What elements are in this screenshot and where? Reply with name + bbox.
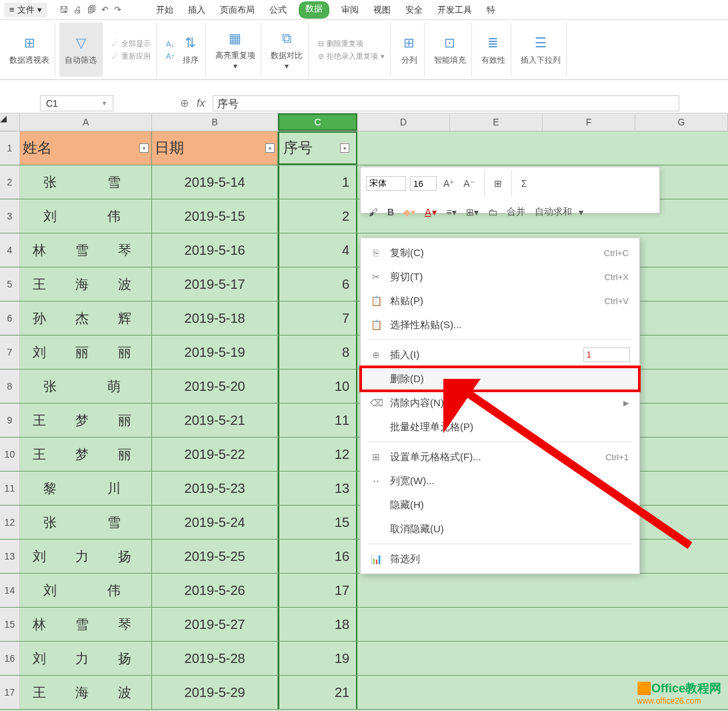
cell-index[interactable]: 21 [278,676,357,709]
cell-index[interactable]: 4 [278,233,357,267]
cell-index[interactable]: 12 [278,438,357,471]
cell-empty[interactable] [357,131,728,165]
tab-home[interactable]: 开始 [153,1,176,19]
menu-delete[interactable]: 删除(D) [361,367,639,391]
cell-date[interactable]: 2019-5-20 [152,370,278,403]
menu-cut[interactable]: ✂剪切(T)Ctrl+X [361,265,639,289]
row-header[interactable]: 2 [0,165,20,199]
cell-index[interactable]: 1 [278,165,357,199]
row-header[interactable]: 9 [0,404,20,437]
cell-date[interactable]: 2019-5-29 [152,676,278,709]
data-compare-button[interactable]: ⧉数据对比 ▾ [265,23,309,77]
menu-paste-special[interactable]: 📋选择性粘贴(S)... [361,313,639,337]
remove-duplicates-button[interactable]: ⊟ 删除重复项 [318,39,385,49]
insert-count-input[interactable] [583,347,630,362]
cell-index[interactable]: 2 [278,199,357,233]
border-button[interactable]: ⊞▾ [463,205,481,219]
menu-unhide[interactable]: 取消隐藏(U) [361,517,639,541]
cell-date[interactable]: 2019-5-19 [152,335,278,369]
merge-icon[interactable]: ⊞ [491,177,505,190]
merge-label[interactable]: 合并 [504,205,528,219]
tab-insert[interactable]: 插入 [185,1,208,19]
validation-button[interactable]: ≣有效性 [476,23,511,77]
cell-index[interactable]: 16 [278,540,357,573]
align-button[interactable]: ≡▾ [443,205,459,219]
row-header[interactable]: 1 [0,131,20,165]
redo-icon[interactable]: ↷ [114,5,121,15]
cell-date[interactable]: 2019-5-28 [152,642,278,675]
cell-date[interactable]: 2019-5-26 [152,574,278,607]
menu-paste[interactable]: 📋粘贴(P)Ctrl+V [361,289,639,313]
row-header[interactable]: 17 [0,676,20,709]
cell-date[interactable]: 2019-5-22 [152,438,278,471]
cell-index[interactable]: 11 [278,404,357,437]
column-header-d[interactable]: D [357,113,450,131]
cell-index[interactable]: 6 [278,267,357,301]
sort-desc-button[interactable]: A↑ [166,52,175,60]
cell-date[interactable]: 2019-5-16 [152,233,278,267]
row-header[interactable]: 8 [0,370,20,403]
chevron-down-icon[interactable]: ▼ [101,100,107,107]
print-icon[interactable]: 🖨 [73,5,82,15]
select-all-corner[interactable]: ◢ [0,113,20,131]
cell-index[interactable]: 13 [278,472,357,505]
row-header[interactable]: 13 [0,540,20,573]
menu-batch[interactable]: 批量处理单元格(P) [361,415,639,439]
save-icon[interactable]: 🖫 [59,5,68,15]
cell-index[interactable]: 15 [278,506,357,539]
sort-asc-button[interactable]: A↓ [166,40,175,48]
tab-data[interactable]: 数据 [299,1,329,19]
cell-empty[interactable] [357,642,728,675]
row-header[interactable]: 12 [0,506,20,539]
filter-dropdown-icon[interactable]: ▾ [139,143,149,153]
formula-input[interactable]: 序号 [213,95,679,111]
autosum-button[interactable]: Σ [519,177,530,190]
sort-button[interactable]: 排序 [183,55,199,66]
cell-name[interactable]: 张 雪 [20,165,153,199]
cell-date[interactable]: 2019-5-14 [152,165,278,199]
cell-index[interactable]: 17 [278,574,357,607]
cell-name[interactable]: 姓名▾ [20,131,153,165]
cell-date[interactable]: 2019-5-24 [152,506,278,539]
cell-index[interactable]: 18 [278,608,357,641]
increase-font-button[interactable]: A⁺ [441,177,457,190]
smart-fill-button[interactable]: ⊡智能填充 [429,23,472,77]
cell-date[interactable]: 日期▾ [152,131,278,165]
undo-icon[interactable]: ↶ [101,5,109,15]
menu-format-cells[interactable]: ⊞设置单元格格式(F)...Ctrl+1 [361,445,639,469]
cell-name[interactable]: 王 海 波 [20,676,153,709]
column-header-c[interactable]: C [278,113,357,131]
cell-date[interactable]: 2019-5-21 [152,404,278,437]
row-header[interactable]: 10 [0,438,20,471]
font-color-button[interactable]: A▾ [422,205,439,219]
column-header-f[interactable]: F [543,113,635,131]
row-header[interactable]: 7 [0,335,20,369]
tab-page-layout[interactable]: 页面布局 [217,1,257,19]
cell-name[interactable]: 王 梦 丽 [20,438,153,471]
auto-filter-button[interactable]: ▽自动筛选 [59,23,103,77]
decrease-font-button[interactable]: A⁻ [461,177,477,190]
font-size-select[interactable] [410,176,437,191]
cell-date[interactable]: 2019-5-25 [152,540,278,573]
row-header[interactable]: 6 [0,301,20,335]
format-painter-button[interactable]: 🖌 [366,205,381,219]
row-header[interactable]: 11 [0,472,20,505]
insert-dropdown-button[interactable]: ☰插入下拉列 [515,23,567,77]
tab-security[interactable]: 安全 [403,1,425,19]
tab-extra[interactable]: 特 [484,1,498,19]
file-menu[interactable]: ≡ 文件 ▾ [4,3,47,17]
cell-name[interactable]: 王 梦 丽 [20,404,153,437]
cell-name[interactable]: 张 雪 [20,506,153,539]
font-select[interactable] [366,176,406,191]
cell-index[interactable]: 序号▾ [278,131,357,165]
fill-color-button[interactable]: ◆▾ [401,205,418,219]
cell-date[interactable]: 2019-5-23 [152,472,278,505]
row-header[interactable]: 4 [0,233,20,267]
tab-view[interactable]: 视图 [371,1,393,19]
cell-empty[interactable] [357,608,728,641]
cell-date[interactable]: 2019-5-27 [152,608,278,641]
row-header[interactable]: 16 [0,642,20,675]
column-header-e[interactable]: E [450,113,543,131]
row-header[interactable]: 3 [0,199,20,233]
preview-icon[interactable]: 🗐 [87,5,96,15]
